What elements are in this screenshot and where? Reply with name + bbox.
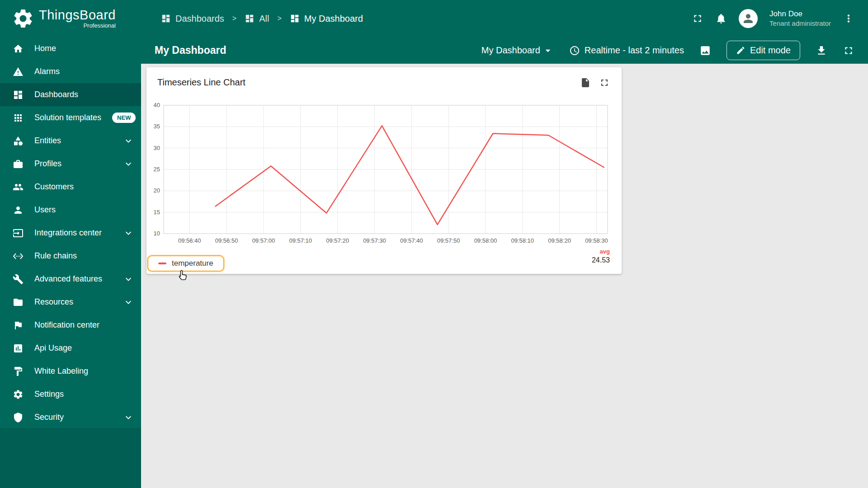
breadcrumb-item-dashboards[interactable]: Dashboards: [161, 14, 224, 24]
edit-mode-label: Edit mode: [750, 45, 791, 56]
svg-text:25: 25: [154, 166, 160, 173]
widget-title: Timeseries Line Chart: [157, 77, 245, 88]
notifications-button[interactable]: [715, 13, 727, 24]
brand-name: ThingsBoard: [39, 8, 116, 22]
sidebar-item-integrations-center[interactable]: Integrations center: [0, 221, 141, 244]
chevron-down-icon: [123, 136, 134, 146]
bell-icon: [715, 13, 727, 24]
fullscreen-icon: [599, 77, 610, 88]
svg-text:09:58:10: 09:58:10: [511, 237, 534, 244]
apps-icon: [13, 113, 24, 123]
edit-pencil-icon: [736, 46, 745, 55]
page-title: My Dashboard: [155, 44, 226, 56]
legend-item-temperature[interactable]: temperature: [147, 255, 224, 272]
person-icon: [741, 12, 755, 25]
breadcrumb-separator: >: [277, 14, 281, 23]
svg-text:30: 30: [154, 145, 160, 151]
chevron-down-icon: [123, 412, 134, 423]
svg-text:20: 20: [154, 187, 160, 194]
thingsboard-logo[interactable]: ThingsBoard Professional: [0, 0, 141, 37]
sidebar-item-dashboards[interactable]: Dashboards: [0, 83, 141, 106]
sidebar-item-rule-chains[interactable]: Rule chains: [0, 244, 141, 267]
sidebar-item-profiles[interactable]: Profiles: [0, 152, 141, 175]
user-icon: [13, 205, 24, 216]
advanced-icon: [13, 274, 24, 285]
breadcrumb-item-my-dashboard[interactable]: My Dashboard: [290, 14, 363, 24]
sidebar-item-security[interactable]: Security: [0, 406, 141, 429]
sidebar-item-notification-center[interactable]: Notification center: [0, 314, 141, 337]
top-header: Dashboards > All > My Dashboard John Doe…: [141, 0, 868, 37]
chevron-down-icon: [123, 228, 134, 239]
avg-label: avg: [592, 248, 610, 255]
sidebar-item-settings[interactable]: Settings: [0, 383, 141, 406]
chevron-down-icon: [123, 274, 134, 285]
sidebar-item-entities[interactable]: Entities: [0, 129, 141, 152]
widget-export-button[interactable]: [580, 77, 591, 88]
timewindow-button[interactable]: Realtime - last 2 minutes: [569, 45, 684, 56]
dashboard-toolbar: My Dashboard My Dashboard Realtime - las…: [141, 37, 868, 64]
widget-fullscreen-button[interactable]: [599, 77, 610, 88]
sidebar-item-solution-templates[interactable]: Solution templates NEW: [0, 106, 141, 129]
dashboard-canvas: Timeseries Line Chart 1015202530354009:5…: [141, 64, 868, 488]
sidebar-menu: Home Alarms Dashboards Solution template…: [0, 37, 141, 429]
avg-value: 24.53: [592, 256, 610, 264]
svg-text:09:57:30: 09:57:30: [363, 237, 386, 244]
legend-label: temperature: [172, 259, 213, 268]
svg-text:09:57:00: 09:57:00: [252, 237, 275, 244]
svg-text:09:57:40: 09:57:40: [400, 237, 423, 244]
svg-text:09:56:50: 09:56:50: [215, 237, 238, 244]
sidebar-item-label: Home: [34, 44, 56, 53]
rule-chains-icon: [13, 251, 24, 262]
dashboards-icon: [161, 14, 171, 23]
white-labeling-icon: [13, 366, 24, 377]
sidebar-item-advanced-features[interactable]: Advanced features: [0, 267, 141, 291]
sidebar-footer-shade: [0, 428, 141, 488]
svg-text:40: 40: [154, 103, 160, 108]
sidebar-item-home[interactable]: Home: [0, 37, 141, 60]
dashboards-icon: [245, 14, 255, 23]
api-usage-icon: [13, 343, 24, 354]
widget-actions: [580, 77, 610, 88]
svg-text:09:58:00: 09:58:00: [474, 237, 497, 244]
sidebar-item-label: Entities: [34, 136, 61, 145]
image-icon: [699, 45, 711, 56]
dashboard-image-button[interactable]: [699, 45, 711, 56]
timeseries-line-chart: 1015202530354009:56:4009:56:5009:57:0009…: [146, 103, 612, 246]
fullscreen-button[interactable]: [692, 13, 703, 24]
dashboards-icon: [290, 14, 300, 23]
sidebar-item-resources[interactable]: Resources: [0, 291, 141, 314]
svg-text:09:58:20: 09:58:20: [548, 237, 571, 244]
export-dashboard-button[interactable]: [816, 45, 827, 56]
sidebar-item-label: Advanced features: [34, 274, 102, 284]
more-vert-icon: [843, 13, 854, 24]
new-badge: NEW: [112, 113, 136, 123]
breadcrumb-label: All: [259, 14, 269, 24]
more-menu-button[interactable]: [843, 13, 854, 24]
svg-text:09:57:50: 09:57:50: [437, 237, 460, 244]
sidebar-item-label: Security: [34, 413, 64, 422]
breadcrumb-item-all[interactable]: All: [245, 14, 269, 24]
toolbar-fullscreen-button[interactable]: [843, 45, 854, 56]
svg-text:09:56:40: 09:56:40: [178, 237, 201, 244]
dashboard-select[interactable]: My Dashboard: [481, 45, 554, 56]
notification-icon: [13, 320, 24, 331]
avatar[interactable]: [739, 9, 758, 28]
svg-text:09:57:20: 09:57:20: [326, 237, 349, 244]
user-info[interactable]: John Doe Tenant administrator: [769, 9, 831, 28]
settings-icon: [13, 389, 24, 400]
svg-text:35: 35: [154, 123, 160, 130]
user-name: John Doe: [769, 9, 831, 19]
sidebar-item-users[interactable]: Users: [0, 198, 141, 221]
sidebar-item-customers[interactable]: Customers: [0, 175, 141, 198]
sidebar-item-white-labeling[interactable]: White Labeling: [0, 360, 141, 383]
edit-mode-button[interactable]: Edit mode: [726, 41, 800, 60]
sidebar-item-alarms[interactable]: Alarms: [0, 60, 141, 83]
sidebar-item-label: Profiles: [34, 159, 61, 169]
alarm-icon: [13, 66, 24, 77]
integrations-icon: [13, 228, 24, 239]
sidebar-item-api-usage[interactable]: Api Usage: [0, 337, 141, 360]
home-icon: [13, 43, 24, 54]
sidebar-item-label: Rule chains: [34, 251, 77, 261]
chevron-down-icon: [123, 297, 134, 308]
sidebar-item-label: Settings: [34, 389, 64, 399]
